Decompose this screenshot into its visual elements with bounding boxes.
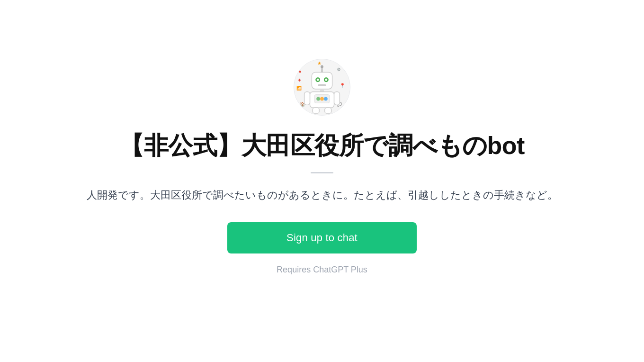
svg-rect-17 <box>318 84 326 86</box>
svg-text:📶: 📶 <box>296 85 302 91</box>
main-container: ♥ ★ ⚙ 📶 📍 🏠 ↑ 💬 ✚ <box>0 40 644 294</box>
svg-rect-10 <box>312 72 332 89</box>
bot-avatar-icon: ♥ ★ ⚙ 📶 📍 🏠 ↑ 💬 ✚ <box>294 59 350 115</box>
signup-button[interactable]: Sign up to chat <box>227 222 417 253</box>
svg-text:♥: ♥ <box>299 69 302 74</box>
svg-rect-18 <box>320 89 324 92</box>
svg-rect-27 <box>325 108 331 113</box>
svg-text:★: ★ <box>317 61 322 66</box>
svg-text:📍: 📍 <box>340 82 346 89</box>
title-divider <box>311 172 333 173</box>
svg-point-16 <box>325 79 327 81</box>
svg-rect-26 <box>313 108 319 113</box>
svg-point-23 <box>324 97 328 101</box>
requires-label: Requires ChatGPT Plus <box>277 265 367 275</box>
svg-point-12 <box>321 65 323 68</box>
page-title: 【非公式】大田区役所で調べものbot <box>119 131 525 160</box>
svg-point-22 <box>320 97 324 101</box>
svg-point-21 <box>316 97 320 101</box>
avatar-container: ♥ ★ ⚙ 📶 📍 🏠 ↑ 💬 ✚ <box>294 59 350 116</box>
svg-point-15 <box>317 79 319 81</box>
svg-text:✚: ✚ <box>298 78 301 82</box>
svg-text:⚙: ⚙ <box>337 67 341 72</box>
svg-rect-24 <box>304 92 310 105</box>
svg-rect-25 <box>334 92 340 105</box>
page-description: 人開発です。大田区役所で調べたいものがあるときに。たとえば、引越ししたときの手続… <box>87 187 558 203</box>
